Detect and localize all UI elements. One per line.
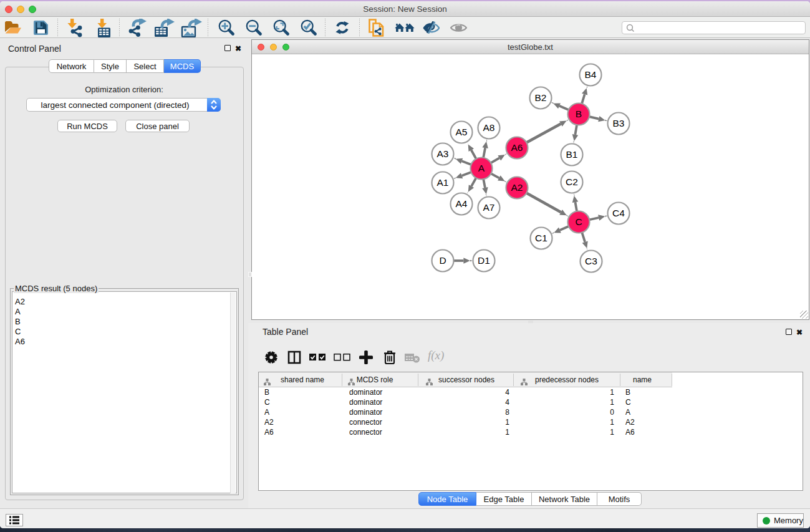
svg-text:B1: B1: [566, 149, 578, 160]
svg-text:D1: D1: [478, 255, 490, 266]
svg-text:B3: B3: [613, 118, 625, 128]
svg-text:D: D: [439, 255, 446, 266]
svg-text:A3: A3: [437, 148, 449, 159]
svg-text:B: B: [576, 109, 582, 119]
svg-text:A7: A7: [483, 202, 495, 213]
svg-text:A6: A6: [511, 142, 523, 153]
svg-text:A1: A1: [437, 177, 449, 188]
svg-text:C1: C1: [535, 233, 547, 243]
svg-text:A2: A2: [511, 182, 523, 193]
svg-text:A4: A4: [456, 198, 468, 209]
svg-text:A: A: [478, 163, 485, 173]
svg-text:C4: C4: [612, 208, 625, 218]
svg-text:A8: A8: [483, 122, 495, 133]
svg-text:C: C: [575, 216, 582, 227]
svg-text:A5: A5: [456, 127, 468, 137]
svg-text:B2: B2: [535, 92, 547, 103]
svg-text:B4: B4: [585, 69, 597, 80]
svg-text:C3: C3: [585, 256, 597, 266]
svg-text:C2: C2: [566, 177, 578, 187]
